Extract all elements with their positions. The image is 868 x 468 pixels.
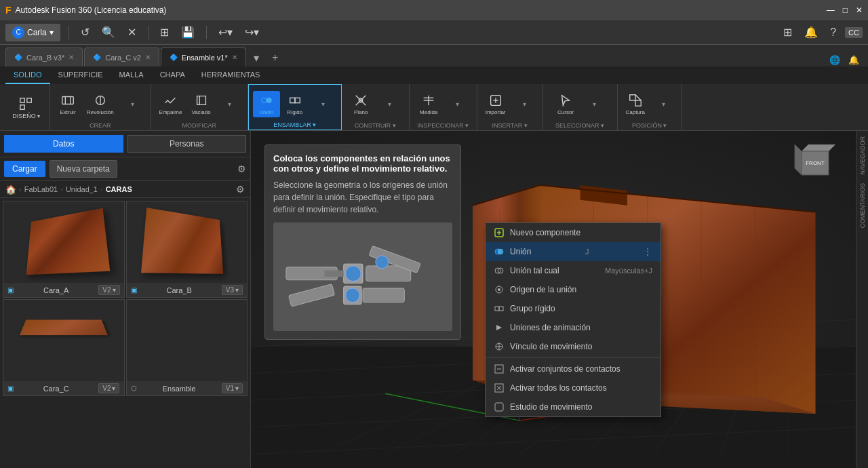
help-button[interactable]: ? — [827, 25, 840, 40]
redo-button[interactable]: ↪▾ — [241, 24, 262, 40]
minimize-button[interactable]: — — [827, 5, 835, 15]
tab-cara-c[interactable]: 🔷 Cara_C v2 ✕ — [84, 47, 159, 66]
ribbon-btn-construir1[interactable]: Plano — [347, 91, 374, 117]
tab-icon: 🔷 — [14, 54, 22, 61]
menu-item-origen-union[interactable]: Origen de la unión — [486, 280, 660, 299]
notification-button[interactable]: 🔔 — [801, 24, 821, 40]
seleccionar-label: SELECCIONAR ▾ — [555, 121, 604, 129]
undo-button[interactable]: ↩▾ — [215, 24, 236, 40]
svg-rect-2 — [20, 105, 24, 109]
ribbon-group-ensamblar: Unión Rígido ▾ ENSAMBLAR ▾ — [248, 84, 342, 130]
menu-item-union[interactable]: Unión J ⋮ — [486, 242, 660, 261]
navigator-label[interactable]: NAVEGADOR — [859, 134, 866, 178]
menu-item-vinculo-movimiento[interactable]: Vínculo de movimiento — [486, 337, 660, 356]
ribbon-btn-insertar1[interactable]: Importar — [481, 91, 510, 117]
cancel-button[interactable]: ✕ — [124, 24, 140, 40]
cargar-button[interactable]: Cargar — [4, 161, 45, 177]
component-icon-c: ▣ — [7, 385, 14, 392]
thumbnail-cara-b-label: ▣ Cara_B V3 ▾ — [127, 283, 248, 297]
grid-view-button[interactable]: ⊞ — [780, 24, 795, 40]
ribbon-btn-crear2[interactable]: Revolución — [83, 91, 118, 117]
ribbon-btn-seleccionar-more[interactable]: ▾ — [580, 98, 608, 110]
menu-item-grupo-rigido[interactable]: Grupo rígido — [486, 299, 660, 318]
breadcrumb-unidad[interactable]: Unidad_1 — [66, 185, 98, 193]
ribbon-btn-posicion1[interactable]: Captura — [622, 91, 649, 117]
comments-label[interactable]: COMENTARIOS — [859, 180, 866, 231]
breadcrumb-fablab[interactable]: FabLab01 — [24, 185, 58, 193]
refresh-button[interactable]: ↺ — [77, 24, 93, 40]
union-more[interactable]: ⋮ — [643, 246, 652, 257]
vinculo-movimiento-icon — [494, 341, 505, 352]
ribbon-btn-construir-more[interactable]: ▾ — [376, 98, 403, 110]
thumbnail-ensamble[interactable]: ⬡ Ensamble V1 ▾ — [126, 299, 248, 396]
ribbon-tabs: SOLIDO SUPERFICIE MALLA CHAPA HERRAMIENT… — [0, 66, 868, 84]
save-button[interactable]: 💾 — [178, 24, 198, 40]
home-icon[interactable]: 🏠 — [5, 184, 16, 195]
ribbon-btn-crear1[interactable]: Extruir — [54, 91, 81, 117]
settings-button[interactable]: ⚙ — [237, 163, 246, 174]
title-bar-controls[interactable]: — □ ✕ — [827, 5, 863, 15]
app-title: Autodesk Fusion 360 (Licencia educativa) — [16, 5, 167, 15]
nueva-carpeta-button[interactable]: Nueva carpeta — [50, 160, 117, 178]
panel-actions: Cargar Nueva carpeta ⚙ — [0, 157, 250, 181]
ribbon-btn-crear-more[interactable]: ▾ — [119, 98, 146, 110]
ribbon-btn-modificar1[interactable]: Empalme — [155, 91, 186, 117]
ribbon-tab-malla[interactable]: MALLA — [111, 66, 152, 84]
thumbnail-cara-c-label: ▣ Cara_C V2 ▾ — [3, 381, 124, 395]
menu-union-tal-cual-label: Unión tal cual — [510, 266, 559, 275]
ribbon-tab-chapa[interactable]: CHAPA — [152, 66, 193, 84]
user-menu-button[interactable]: C Carla ▾ — [5, 24, 60, 41]
tab-overflow-button[interactable]: ▾ — [248, 49, 265, 66]
ribbon-btn-modificar-more[interactable]: ▾ — [216, 98, 243, 110]
ribbon-btn-ensamblar2[interactable]: Rígido — [281, 91, 309, 117]
accessibility-button[interactable]: CC — [845, 27, 863, 38]
thumbnail-cara-b[interactable]: ▣ Cara_B V3 ▾ — [126, 201, 248, 298]
ribbon-btn-diseno[interactable]: DISEÑO ▾ — [8, 94, 44, 121]
ribbon-btn-ensamblar-more[interactable]: ▾ — [310, 98, 337, 110]
ribbon-btn-inspeccionar-more[interactable]: ▾ — [443, 98, 471, 110]
menu-item-activar-todos[interactable]: Activar todos los contactos — [486, 378, 660, 397]
union-shortcut: J — [585, 248, 589, 256]
ensamble-version[interactable]: V1 ▾ — [222, 383, 243, 393]
cara-b-version[interactable]: V3 ▾ — [222, 285, 243, 295]
apps-button[interactable]: ⊞ — [157, 24, 172, 40]
cara-c-version[interactable]: V2 ▾ — [98, 383, 119, 393]
nav-cube[interactable]: FRONT — [791, 138, 839, 185]
menu-item-uniones-animacion[interactable]: Uniones de animación — [486, 318, 660, 337]
thumbnails-grid: ▣ Cara_A V2 ▾ ▣ Cara_B — [0, 198, 250, 399]
thumbnail-cara-a[interactable]: ▣ Cara_A V2 ▾ — [3, 201, 125, 298]
view-settings-button[interactable]: ⚙ — [236, 184, 245, 195]
ribbon-tab-solido[interactable]: SOLIDO — [5, 66, 50, 84]
viewport[interactable]: FRONT Coloca los componentes en relación… — [251, 131, 856, 468]
tab-bar: 🔷 Cara_B v3* ✕ 🔷 Cara_C v2 ✕ 🔷 Ensamble … — [0, 45, 868, 66]
close-button[interactable]: ✕ — [856, 5, 863, 15]
tab-ensamble[interactable]: 🔷 Ensamble v1* ✕ — [161, 47, 246, 66]
menu-item-estudio-movimiento[interactable]: Estudio de movimiento — [486, 397, 660, 416]
nuevo-componente-icon — [494, 227, 505, 238]
ribbon-btn-union[interactable]: Unión — [253, 91, 280, 117]
search-button[interactable]: 🔍 — [98, 24, 119, 40]
ribbon-btn-inspeccionar1[interactable]: Medida — [415, 91, 442, 117]
tab-help-icon[interactable]: 🌐 — [826, 54, 844, 66]
panel-tab-personas[interactable]: Personas — [127, 135, 247, 153]
menu-item-nuevo-componente[interactable]: Nuevo componente — [486, 223, 660, 242]
menu-item-union-tal-cual[interactable]: Unión tal cual Mayúsculas+J — [486, 261, 660, 280]
cara-a-version[interactable]: V2 ▾ — [98, 285, 119, 295]
tab-cara-b[interactable]: 🔷 Cara_B v3* ✕ — [5, 47, 83, 66]
tab-feedback-icon[interactable]: 🔔 — [845, 54, 863, 66]
menu-item-activar-conjuntos[interactable]: Activar conjuntos de contactos — [486, 359, 660, 378]
tab-new-button[interactable]: + — [267, 49, 284, 66]
tab-close-cara-b[interactable]: ✕ — [68, 54, 74, 61]
ribbon-btn-posicion-more[interactable]: ▾ — [650, 98, 677, 110]
tab-close-cara-c[interactable]: ✕ — [145, 54, 151, 61]
menu-uniones-animacion-label: Uniones de animación — [510, 323, 591, 332]
panel-tab-datos[interactable]: Datos — [4, 135, 123, 153]
ribbon-btn-seleccionar1[interactable]: Cursor — [552, 91, 579, 117]
ribbon-tab-herramientas[interactable]: HERRAMIENTAS — [193, 66, 269, 84]
ribbon-btn-insertar-more[interactable]: ▾ — [511, 98, 538, 110]
thumbnail-cara-c[interactable]: ▣ Cara_C V2 ▾ — [3, 299, 125, 396]
ribbon-tab-superficie[interactable]: SUPERFICIE — [50, 66, 111, 84]
ribbon-btn-modificar2[interactable]: Vaciado — [187, 91, 214, 117]
maximize-button[interactable]: □ — [843, 5, 848, 15]
tab-close-ensamble[interactable]: ✕ — [232, 54, 237, 61]
